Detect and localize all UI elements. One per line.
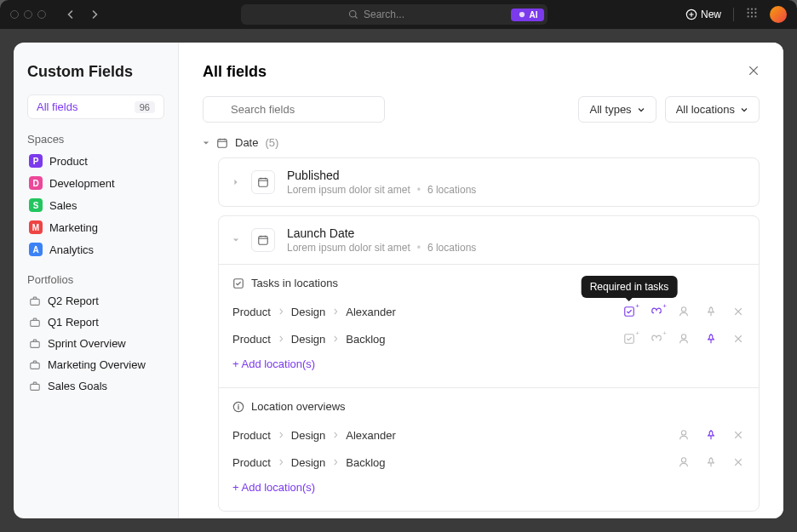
back-button[interactable]	[61, 7, 80, 23]
required-in-subtasks-icon[interactable]: +	[650, 305, 663, 318]
space-badge-icon: S	[29, 198, 43, 212]
location-row: ProductDesignBacklog + +	[232, 325, 745, 352]
sidebar-portfolio-item[interactable]: Q1 Report	[27, 312, 164, 332]
space-badge-icon: P	[29, 154, 43, 168]
person-icon[interactable]	[677, 455, 691, 469]
briefcase-icon	[29, 359, 41, 371]
expand-caret[interactable]	[232, 178, 239, 187]
collapse-caret[interactable]	[232, 236, 239, 245]
sidebar-title: Custom Fields	[27, 63, 164, 81]
user-avatar[interactable]	[770, 6, 787, 23]
page-title: All fields	[203, 63, 267, 81]
person-icon[interactable]	[677, 332, 691, 346]
svg-rect-24	[625, 335, 634, 344]
divider	[733, 8, 734, 21]
close-window-icon[interactable]	[10, 10, 19, 19]
pin-icon[interactable]	[704, 428, 718, 442]
chevron-right-icon	[278, 335, 284, 344]
sidebar-portfolio-item[interactable]: Sales Goals	[27, 376, 164, 396]
person-icon[interactable]	[677, 305, 691, 318]
svg-point-7	[751, 12, 753, 14]
required-in-tasks-icon[interactable]: +	[622, 332, 636, 346]
sidebar-space-item[interactable]: PProduct	[27, 151, 164, 171]
field-name: Published	[287, 169, 476, 182]
breadcrumb-segment: Design	[291, 429, 325, 442]
required-in-subtasks-icon[interactable]: +	[650, 332, 663, 346]
chevron-down-icon	[740, 106, 748, 114]
sidebar-portfolio-item[interactable]: Q2 Report	[27, 291, 164, 311]
svg-point-27	[681, 431, 685, 435]
chevron-right-icon	[332, 458, 339, 467]
breadcrumb[interactable]: ProductDesignBacklog	[232, 456, 386, 469]
space-badge-icon: D	[29, 176, 43, 190]
chevron-right-icon	[278, 431, 284, 440]
breadcrumb-segment: Alexander	[346, 306, 396, 318]
breadcrumb[interactable]: ProductDesignAlexander	[232, 429, 396, 442]
new-button[interactable]: New	[685, 9, 721, 20]
all-fields-label: All fields	[37, 100, 77, 113]
sidebar-portfolio-item[interactable]: Sprint Overview	[27, 334, 164, 353]
breadcrumb-segment: Product	[232, 456, 271, 469]
breadcrumb[interactable]: ProductDesignAlexander	[232, 306, 396, 318]
field-name: Launch Date	[287, 226, 476, 240]
pin-icon[interactable]	[704, 332, 718, 346]
breadcrumb-segment: Product	[232, 333, 271, 346]
svg-point-23	[681, 307, 685, 312]
space-badge-icon: A	[29, 243, 43, 256]
add-locations-link[interactable]: + Add location(s)	[232, 476, 745, 499]
chevron-right-icon	[278, 458, 284, 467]
calendar-icon	[251, 228, 275, 252]
person-icon[interactable]	[677, 428, 691, 442]
info-icon	[232, 401, 244, 413]
minimize-window-icon[interactable]	[24, 10, 32, 19]
search-fields-input[interactable]	[203, 96, 385, 123]
svg-point-28	[681, 458, 685, 462]
breadcrumb-segment: Product	[232, 306, 271, 318]
apps-grid-icon[interactable]	[746, 7, 758, 22]
portfolio-name: Sales Goals	[48, 380, 107, 392]
search-placeholder: Search...	[364, 9, 404, 20]
close-button[interactable]	[748, 65, 760, 80]
section-label: Location overviews	[251, 400, 346, 413]
global-search[interactable]: Search... AI	[241, 4, 548, 25]
location-row: ProductDesignAlexander	[232, 421, 745, 449]
forward-button[interactable]	[85, 7, 104, 23]
location-row: ProductDesignAlexander Required in tasks…	[232, 298, 745, 325]
svg-point-3	[747, 8, 748, 9]
required-in-tasks-icon[interactable]: Required in tasks +	[622, 305, 636, 318]
pin-icon[interactable]	[704, 305, 718, 318]
sidebar-space-item[interactable]: DDevelopment	[27, 173, 164, 193]
remove-icon[interactable]	[731, 305, 745, 318]
sidebar-all-fields[interactable]: All fields 96	[27, 94, 164, 119]
remove-icon[interactable]	[731, 428, 745, 442]
svg-rect-19	[259, 179, 268, 187]
sidebar-space-item[interactable]: SSales	[27, 195, 164, 215]
briefcase-icon	[29, 317, 41, 329]
remove-icon[interactable]	[731, 455, 745, 469]
breadcrumb[interactable]: ProductDesignBacklog	[232, 333, 386, 346]
svg-point-0	[349, 11, 356, 18]
filter-types-dropdown[interactable]: All types	[578, 96, 656, 123]
space-name: Product	[49, 155, 88, 168]
group-name: Date	[235, 136, 258, 149]
svg-point-6	[747, 12, 748, 14]
maximize-window-icon[interactable]	[37, 10, 46, 19]
remove-icon[interactable]	[731, 332, 745, 346]
briefcase-icon	[29, 380, 41, 392]
chevron-right-icon	[332, 307, 339, 317]
sidebar-portfolio-item[interactable]: Marketing Overview	[27, 355, 164, 375]
filter-locations-dropdown[interactable]: All locations	[665, 96, 760, 123]
sidebar-space-item[interactable]: AAnalytics	[27, 239, 164, 260]
sidebar-space-item[interactable]: MMarketing	[27, 217, 164, 237]
add-locations-link[interactable]: + Add location(s)	[232, 352, 745, 375]
breadcrumb-segment: Product	[232, 429, 271, 442]
group-count: (5)	[265, 136, 278, 149]
breadcrumb-segment: Backlog	[346, 456, 385, 469]
breadcrumb-segment: Design	[291, 333, 325, 346]
ai-badge[interactable]: AI	[511, 9, 544, 21]
group-header-date[interactable]: Date (5)	[203, 136, 760, 149]
nav-arrows	[61, 7, 104, 23]
svg-rect-20	[259, 237, 268, 245]
pin-icon[interactable]	[704, 455, 718, 469]
main-content: All fields All types All locations Date …	[179, 43, 783, 518]
